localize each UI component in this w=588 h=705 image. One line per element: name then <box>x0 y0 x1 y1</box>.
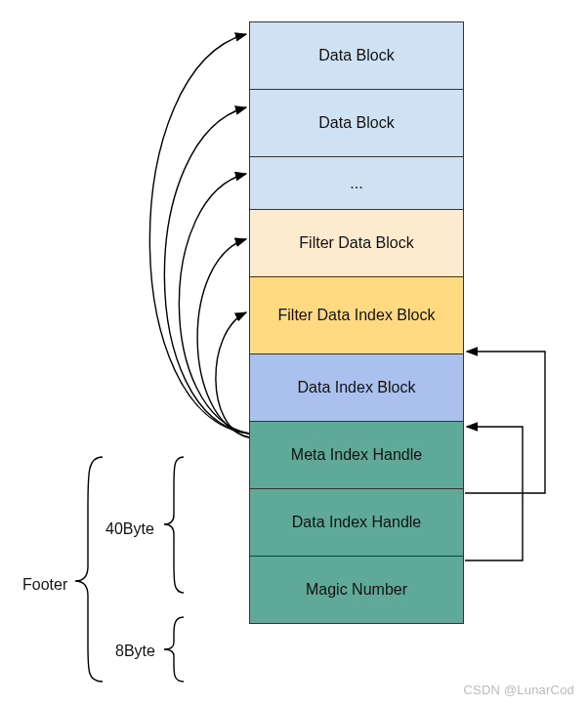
data-index-block: Data Index Block <box>249 353 464 422</box>
data-block-2: Data Block <box>249 89 464 157</box>
label-footer: Footer <box>22 576 67 594</box>
data-block-ellipsis: ... <box>249 156 464 210</box>
label-8byte: 8Byte <box>115 643 155 660</box>
data-block-1: Data Block <box>249 21 464 90</box>
data-index-handle: Data Index Handle <box>249 488 464 557</box>
block-stack: Data Block Data Block ... Filter Data Bl… <box>249 21 464 624</box>
filter-data-block: Filter Data Block <box>249 209 464 277</box>
magic-number: Magic Number <box>249 556 464 624</box>
watermark: CSDN @LunarCod <box>463 683 574 697</box>
label-40byte: 40Byte <box>105 520 154 538</box>
meta-index-handle: Meta Index Handle <box>249 421 464 489</box>
filter-data-index-block: Filter Data Index Block <box>249 276 464 354</box>
diagram-container: Data Block Data Block ... Filter Data Bl… <box>0 0 588 705</box>
